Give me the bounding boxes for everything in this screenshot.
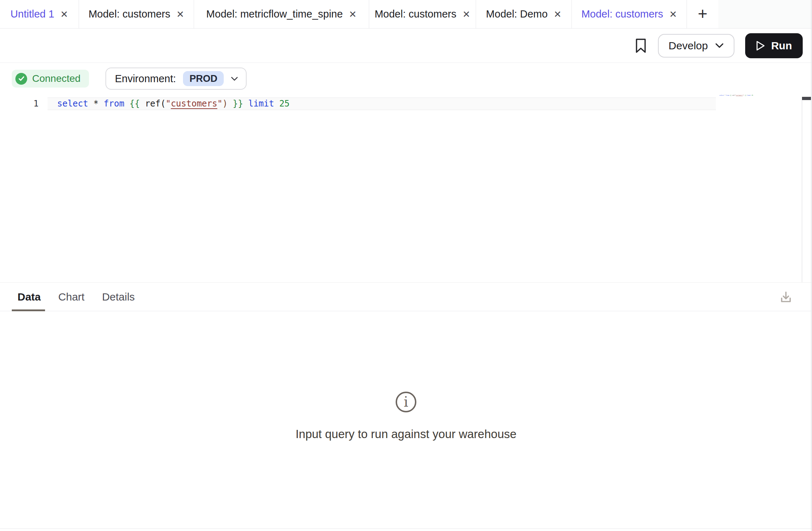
tab-label: Model: customers: [89, 8, 170, 20]
download-icon[interactable]: [779, 291, 793, 307]
code-token: *: [88, 99, 104, 109]
close-icon[interactable]: ✕: [60, 10, 68, 19]
code-token: ": [165, 99, 170, 109]
tab-model-customers-2[interactable]: Model: customers ✕: [369, 0, 476, 28]
window-right-border: [811, 0, 812, 531]
scrollbar-track[interactable]: [802, 100, 802, 282]
code-token: [124, 99, 129, 109]
tab-model-demo[interactable]: Model: Demo ✕: [476, 0, 572, 28]
tab-data[interactable]: Data: [18, 291, 41, 303]
code-token: }}: [233, 99, 243, 109]
empty-state: i Input query to run against your wareho…: [0, 392, 812, 441]
code-token: [228, 99, 233, 109]
toolbar: Develop Run: [0, 29, 812, 63]
code-token-ref-link[interactable]: customers: [171, 99, 217, 109]
new-tab-button[interactable]: +: [687, 0, 718, 28]
environment-label: Environment:: [115, 73, 176, 85]
develop-label: Develop: [669, 40, 708, 52]
info-icon: i: [396, 392, 416, 412]
plus-icon: +: [698, 5, 708, 22]
run-label: Run: [771, 40, 792, 52]
connected-label: Connected: [32, 73, 80, 84]
tab-label: Model: customers: [375, 8, 456, 20]
close-icon[interactable]: ✕: [462, 10, 470, 19]
tab-model-customers-1[interactable]: Model: customers ✕: [79, 0, 194, 28]
play-icon: [756, 40, 765, 51]
results-pane: Data Chart Details i Input query to run …: [0, 282, 812, 529]
close-icon[interactable]: ✕: [177, 10, 184, 19]
sql-editor[interactable]: 1 select * from {{ ref("customers") }} l…: [0, 94, 812, 282]
code-token: from: [104, 99, 124, 109]
tab-model-customers-3[interactable]: Model: customers ✕: [572, 0, 687, 28]
tab-chart[interactable]: Chart: [58, 291, 84, 303]
scrollbar-thumb[interactable]: [802, 97, 811, 100]
tab-untitled-1[interactable]: Untitled 1 ✕: [0, 0, 79, 28]
connected-badge: Connected: [12, 70, 89, 88]
environment-value-chip: PROD: [183, 71, 224, 86]
active-tab-underline: [12, 309, 45, 311]
chevron-down-icon: [715, 43, 724, 48]
code-token: 25: [279, 99, 289, 109]
bookmark-icon[interactable]: [634, 38, 647, 54]
close-icon[interactable]: ✕: [669, 10, 677, 19]
connection-status-row: Connected Environment: PROD: [0, 63, 812, 94]
empty-state-message: Input query to run against your warehous…: [296, 427, 516, 441]
tab-label: Untitled 1: [10, 8, 54, 20]
code-token: {{: [129, 99, 140, 109]
tab-label: Model: customers: [581, 8, 663, 20]
code-token: select: [57, 99, 88, 109]
ide-window: Untitled 1 ✕ Model: customers ✕ Model: m…: [0, 0, 812, 531]
code-token: ref(: [140, 99, 165, 109]
editor-tab-bar: Untitled 1 ✕ Model: customers ✕ Model: m…: [0, 0, 812, 29]
results-tab-bar: Data Chart Details: [0, 283, 812, 311]
tab-label: Model: Demo: [486, 8, 548, 20]
close-icon[interactable]: ✕: [554, 10, 561, 19]
develop-dropdown[interactable]: Develop: [658, 34, 734, 58]
tab-details[interactable]: Details: [102, 291, 135, 303]
tab-model-metricflow-time-spine[interactable]: Model: metricflow_time_spine ✕: [194, 0, 369, 28]
line-number: 1: [0, 98, 39, 110]
tab-bar-empty-space: [718, 0, 812, 28]
chevron-down-icon: [231, 76, 238, 81]
code-token: [274, 99, 279, 109]
code-token: ": [217, 99, 222, 109]
code-token: limit: [248, 99, 274, 109]
close-icon[interactable]: ✕: [349, 10, 357, 19]
editor-minimap[interactable]: select * from {{ ref("customers") }} lim…: [719, 95, 759, 101]
tab-label: Model: metricflow_time_spine: [206, 8, 343, 20]
environment-selector[interactable]: Environment: PROD: [105, 68, 247, 90]
code-token: [243, 99, 248, 109]
check-icon: [15, 73, 27, 85]
code-token: ): [222, 99, 227, 109]
code-line[interactable]: select * from {{ ref("customers") }} lim…: [57, 98, 289, 110]
minimap-code-line: select * from {{ ref("customers") }} lim…: [719, 95, 725, 96]
run-button[interactable]: Run: [745, 33, 803, 58]
